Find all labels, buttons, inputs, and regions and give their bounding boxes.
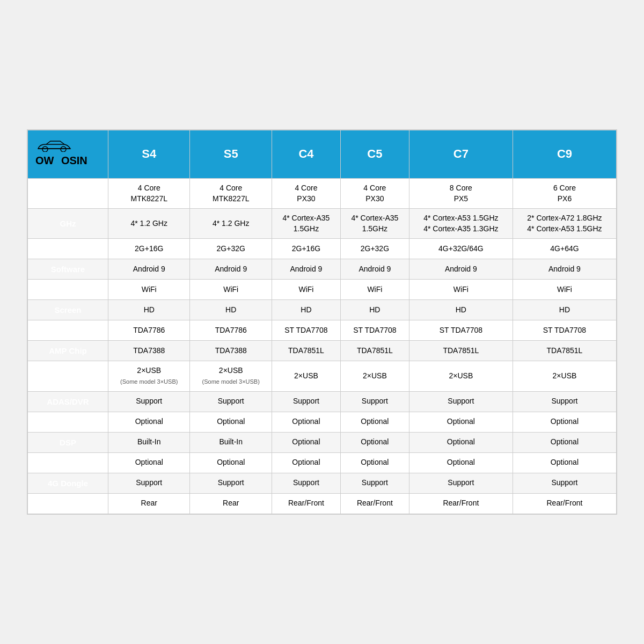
cell-radio-chip-col5: ST TDA7708 (513, 320, 616, 341)
table-row: CPU4 CoreMTK8227L4 CoreMTK8227L4 CorePX3… (28, 179, 617, 209)
cell-amp-chip-col0: TDA7388 (108, 341, 190, 361)
cell-adas-dvr-col1: Support (190, 391, 272, 412)
logo-container: OWTOSIN (31, 138, 105, 171)
cell-4g-dongle-col3: Support (340, 473, 409, 493)
cell-software-col3: Android 9 (340, 259, 409, 280)
cell-internet-col4: WiFi (409, 280, 513, 300)
cell-usb-col1: 2×USB(Some model 3×USB) (190, 361, 272, 391)
cell-ram-rom-col0: 2G+16G (108, 239, 190, 259)
cell-amp-chip-col2: TDA7851L (272, 341, 340, 361)
row-label-screen: Screen (28, 300, 108, 320)
cell-adas-dvr-col3: Support (340, 391, 409, 412)
cell-4g-dongle-col4: Support (409, 473, 513, 493)
cell-internet-col3: WiFi (340, 280, 409, 300)
cell-ips-screen-col1: Optional (190, 452, 272, 473)
cell-camera-col1: Rear (190, 493, 272, 514)
row-label-adas-dvr: ADAS/DVR (28, 391, 108, 412)
cell-ips-screen-col5: Optional (513, 452, 616, 473)
cell-amp-chip-col3: TDA7851L (340, 341, 409, 361)
cell-screen-col3: HD (340, 300, 409, 320)
cell-software-col0: Android 9 (108, 259, 190, 280)
cell-carplay-col1: Optional (190, 412, 272, 432)
cell-screen-col0: HD (108, 300, 190, 320)
cell-amp-chip-col4: TDA7851L (409, 341, 513, 361)
cell-screen-col2: HD (272, 300, 340, 320)
logo-t-icon: T (54, 152, 61, 169)
cell-carplay-col2: Optional (272, 412, 340, 432)
cell-carplay-col4: Optional (409, 412, 513, 432)
cell-camera-col2: Rear/Front (272, 493, 340, 514)
cell-dsp-col5: Optional (513, 432, 616, 452)
row-label-amp-chip: AMP Chip (28, 341, 108, 361)
cell-adas-dvr-col0: Support (108, 391, 190, 412)
cell-cpu-col1: 4 CoreMTK8227L (190, 179, 272, 209)
header-row: OWTOSIN S4 S5 C4 C5 C7 C9 (28, 130, 617, 179)
cell-usb-col2: 2×USB (272, 361, 340, 391)
cell-carplay-col3: Optional (340, 412, 409, 432)
cell-4g-dongle-col2: Support (272, 473, 340, 493)
svg-point-1 (61, 147, 66, 152)
cell-ghz-col0: 4* 1.2 GHz (108, 209, 190, 239)
table-row: GHz4* 1.2 GHz4* 1.2 GHz4* Cortex-A351.5G… (28, 209, 617, 239)
logo-osin: OSIN (61, 153, 87, 168)
row-label-ram-rom: RAM+ROM (28, 239, 108, 259)
cell-ram-rom-col5: 4G+64G (513, 239, 616, 259)
svg-point-0 (42, 147, 48, 152)
table-row: USB2×USB(Some model 3×USB)2×USB(Some mod… (28, 361, 617, 391)
cell-carplay-col0: Optional (108, 412, 190, 432)
cell-screen-col4: HD (409, 300, 513, 320)
cell-ghz-col5: 2* Cortex-A72 1.8GHz4* Cortex-A53 1.5GHz (513, 209, 616, 239)
cell-adas-dvr-col2: Support (272, 391, 340, 412)
row-label-usb: USB (28, 361, 108, 391)
car-icon (35, 140, 73, 152)
cell-software-col4: Android 9 (409, 259, 513, 280)
cell-4g-dongle-col0: Support (108, 473, 190, 493)
row-label-4g-dongle: 4G Dongle (28, 473, 108, 493)
cell-amp-chip-col1: TDA7388 (190, 341, 272, 361)
cell-ram-rom-col4: 4G+32G/64G (409, 239, 513, 259)
cell-cpu-col5: 6 CorePX6 (513, 179, 616, 209)
cell-adas-dvr-col4: Support (409, 391, 513, 412)
cell-cpu-col4: 8 CorePX5 (409, 179, 513, 209)
cell-dsp-col4: Optional (409, 432, 513, 452)
comparison-table: OWTOSIN S4 S5 C4 C5 C7 C9 CPU4 CoreMTK82… (27, 130, 617, 514)
col-header-c5: C5 (340, 130, 409, 179)
table-body: CPU4 CoreMTK8227L4 CoreMTK8227L4 CorePX3… (28, 179, 617, 514)
cell-radio-chip-col4: ST TDA7708 (409, 320, 513, 341)
table-row: RAM+ROM2G+16G2G+32G2G+16G2G+32G4G+32G/64… (28, 239, 617, 259)
cell-ghz-col2: 4* Cortex-A351.5GHz (272, 209, 340, 239)
cell-ram-rom-col1: 2G+32G (190, 239, 272, 259)
cell-internet-col0: WiFi (108, 280, 190, 300)
table-row: AMP ChipTDA7388TDA7388TDA7851LTDA7851LTD… (28, 341, 617, 361)
cell-4g-dongle-col5: Support (513, 473, 616, 493)
row-label-ips-screen: IPS Screen (28, 452, 108, 473)
cell-cpu-col0: 4 CoreMTK8227L (108, 179, 190, 209)
cell-software-col5: Android 9 (513, 259, 616, 280)
cell-ips-screen-col4: Optional (409, 452, 513, 473)
cell-camera-col3: Rear/Front (340, 493, 409, 514)
col-header-s5: S5 (190, 130, 272, 179)
row-label-dsp: DSP (28, 432, 108, 452)
cell-amp-chip-col5: TDA7851L (513, 341, 616, 361)
cell-ghz-col3: 4* Cortex-A351.5GHz (340, 209, 409, 239)
cell-adas-dvr-col5: Support (513, 391, 616, 412)
col-header-c7: C7 (409, 130, 513, 179)
cell-usb-col0: 2×USB(Some model 3×USB) (108, 361, 190, 391)
table-row: DSPBuilt-InBuilt-InOptionalOptionalOptio… (28, 432, 617, 452)
cell-4g-dongle-col1: Support (190, 473, 272, 493)
cell-internet-col1: WiFi (190, 280, 272, 300)
row-label-internet: Internet (28, 280, 108, 300)
cell-camera-col4: Rear/Front (409, 493, 513, 514)
cell-usb-col3: 2×USB (340, 361, 409, 391)
table-row: InternetWiFiWiFiWiFiWiFiWiFiWiFi (28, 280, 617, 300)
cell-ips-screen-col2: Optional (272, 452, 340, 473)
table-row: CarPlayOptionalOptionalOptionalOptionalO… (28, 412, 617, 432)
row-label-cpu: CPU (28, 179, 108, 209)
cell-usb-col5: 2×USB (513, 361, 616, 391)
cell-usb-col4: 2×USB (409, 361, 513, 391)
table-row: SoftwareAndroid 9Android 9Android 9Andro… (28, 259, 617, 280)
cell-radio-chip-col3: ST TDA7708 (340, 320, 409, 341)
col-header-c9: C9 (513, 130, 616, 179)
col-header-c4: C4 (272, 130, 340, 179)
cell-ips-screen-col0: Optional (108, 452, 190, 473)
